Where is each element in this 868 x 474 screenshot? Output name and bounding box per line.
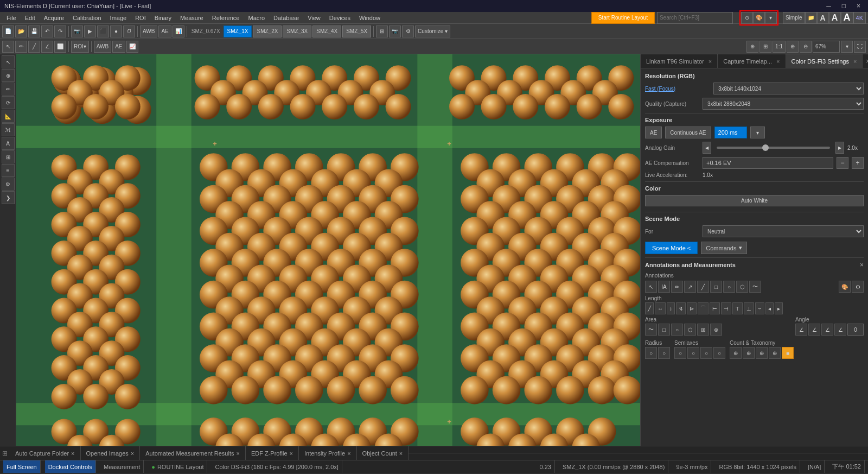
edf-close[interactable]: × (290, 450, 293, 457)
linkam-tab-close[interactable]: × (709, 58, 712, 65)
auto-capture-tab[interactable]: Auto Capture Folder × (10, 446, 81, 460)
menu-devices[interactable]: Devices (325, 14, 355, 22)
menu-calibration[interactable]: Calibration (68, 14, 106, 22)
ae-btn[interactable]: AE (158, 26, 171, 37)
ann-pencil-btn[interactable]: ✏ (671, 281, 683, 293)
timelapse-btn[interactable]: ⏱ (123, 26, 135, 37)
semi-btn2[interactable]: ○ (687, 347, 699, 359)
open-btn[interactable]: 📂 (15, 26, 27, 37)
tool-expand[interactable]: ❯ (2, 191, 15, 204)
4k-btn[interactable]: 4K (853, 12, 866, 24)
radius-btn1[interactable]: ○ (645, 347, 657, 359)
new-btn[interactable]: 📄 (2, 26, 14, 37)
opened-images-tab[interactable]: Opened Images × (81, 446, 141, 460)
menu-measure[interactable]: Measure (176, 14, 208, 22)
ann-rect-btn[interactable]: □ (710, 281, 722, 293)
count-btn4[interactable]: ⊕ (769, 347, 781, 359)
intensity-close[interactable]: × (347, 450, 350, 457)
len-arrow-btn[interactable]: ↯ (676, 302, 686, 314)
font-a-large-btn[interactable]: A (841, 12, 853, 24)
snap-btn[interactable]: 📷 (71, 26, 83, 37)
ann-close-btn[interactable]: × (860, 261, 864, 269)
edf-tab[interactable]: EDF Z-Profile × (246, 446, 299, 460)
ann-arrow-btn[interactable]: ↗ (684, 281, 696, 293)
capture-tab-close[interactable]: × (776, 58, 780, 65)
count-yellow-btn[interactable]: ■ (782, 347, 794, 359)
tool-zoom[interactable]: ⊕ (2, 69, 15, 82)
folder-btn[interactable]: 📁 (805, 12, 817, 24)
tool-settings[interactable]: ⚙ (2, 178, 15, 191)
gain-left-btn[interactable]: ◀ (703, 142, 711, 154)
commands-btn[interactable]: Commands ▾ (701, 242, 746, 254)
tool-rotate[interactable]: ⟳ (2, 96, 15, 109)
area-rect-btn[interactable]: □ (658, 324, 670, 336)
len-horiz-btn[interactable]: ↔ (655, 302, 666, 314)
font-a-med-btn[interactable]: A (829, 12, 841, 24)
smz-3x-btn[interactable]: SMZ_3X (283, 26, 311, 37)
smz-5x-btn[interactable]: SMZ_5X (342, 26, 371, 37)
color-tab-close[interactable]: × (853, 58, 857, 65)
auto-measure-close[interactable]: × (236, 450, 239, 457)
gain-right-btn[interactable]: ▶ (835, 142, 844, 154)
smz-4x-btn[interactable]: SMZ_4X (312, 26, 341, 37)
panel-close-btn[interactable]: × (863, 56, 868, 66)
tool-draw[interactable]: ✏ (2, 83, 15, 96)
fast-focus-label[interactable]: Fast (Focus) (645, 86, 710, 92)
ae-comp-plus-btn[interactable]: + (852, 157, 864, 169)
ann-select-btn[interactable]: ↖ (645, 281, 657, 293)
stop-btn[interactable]: ⬛ (97, 26, 109, 37)
wb-icon-btn[interactable]: ⊙ (741, 12, 753, 24)
line-tool[interactable]: ╱ (28, 41, 40, 53)
zoom-out-btn[interactable]: ⊖ (800, 41, 812, 53)
menu-file[interactable]: File (2, 14, 21, 22)
neutral-select[interactable]: Neutral (703, 225, 864, 237)
len-poly-btn[interactable]: ⊳ (687, 302, 697, 314)
full-screen-btn[interactable]: Full Screen (3, 460, 41, 473)
exposure-dropdown-btn[interactable]: ▾ (750, 127, 765, 138)
angle-tool[interactable]: ∠ (41, 41, 53, 53)
camera-btn[interactable]: 📷 (389, 26, 401, 37)
area-ellipse-btn[interactable]: ○ (671, 324, 683, 336)
len-step2-btn[interactable]: ⊥ (744, 302, 754, 314)
ae2-btn[interactable]: AE (112, 41, 125, 53)
shape-tool[interactable]: ⬜ (54, 41, 66, 53)
close-btn[interactable]: × (853, 2, 864, 10)
histogram-btn[interactable]: 📊 (173, 26, 184, 37)
angle-btn3[interactable]: ∠ (821, 324, 833, 336)
redo-btn[interactable]: ↷ (54, 26, 66, 37)
measurement-label[interactable]: Measurement (100, 460, 144, 473)
zoom-11-btn[interactable]: 1:1 (773, 41, 786, 53)
ae-comp-minus-btn[interactable]: − (837, 157, 848, 169)
tool-select[interactable]: ↖ (2, 55, 15, 68)
angle-input[interactable] (847, 324, 864, 336)
len-curve-btn[interactable]: ⌒ (698, 302, 709, 314)
wb-auto-btn[interactable]: AWB (94, 41, 111, 53)
wb-btn[interactable]: AWB (140, 26, 157, 37)
save-btn[interactable]: 💾 (28, 26, 40, 37)
start-routine-btn[interactable]: Start Routine Layout (591, 12, 655, 24)
scene-mode-btn[interactable]: Scene Mode < (645, 242, 698, 254)
menu-reference[interactable]: Reference (208, 14, 244, 22)
menu-acquire[interactable]: Acquire (40, 14, 68, 22)
menu-image[interactable]: Image (106, 14, 131, 22)
zoom-dropdown-btn[interactable]: ▾ (841, 41, 853, 53)
live-btn[interactable]: ▶ (84, 26, 96, 37)
len-left-arrow[interactable]: ◂ (765, 302, 774, 314)
tool-layers[interactable]: ≡ (2, 164, 15, 177)
auto-measure-tab[interactable]: Automated Measurement Results × (140, 446, 246, 460)
pen-tool[interactable]: ✏ (15, 41, 27, 53)
ann-ellipse-btn[interactable]: ○ (723, 281, 735, 293)
roi-btn[interactable]: ROI▾ (71, 41, 89, 53)
intensity-tab[interactable]: Intensity Profile × (299, 446, 357, 460)
ann-line-btn[interactable]: ╱ (697, 281, 709, 293)
settings-btn[interactable]: ⚙ (402, 26, 414, 37)
smz-1x-btn[interactable]: SMZ_1X (224, 26, 252, 37)
color-settings-tab[interactable]: Color DS-Fi3 Settings × (786, 54, 863, 68)
radius-btn2[interactable]: ○ (658, 347, 670, 359)
len-line-btn[interactable]: ╱ (645, 302, 654, 314)
area-poly-btn[interactable]: ⬡ (684, 324, 696, 336)
linkam-tab[interactable]: Linkam T96 Simulator × (641, 54, 718, 68)
opened-images-close[interactable]: × (131, 450, 134, 457)
undo-btn[interactable]: ↶ (41, 26, 53, 37)
gain-slider[interactable] (717, 147, 830, 149)
